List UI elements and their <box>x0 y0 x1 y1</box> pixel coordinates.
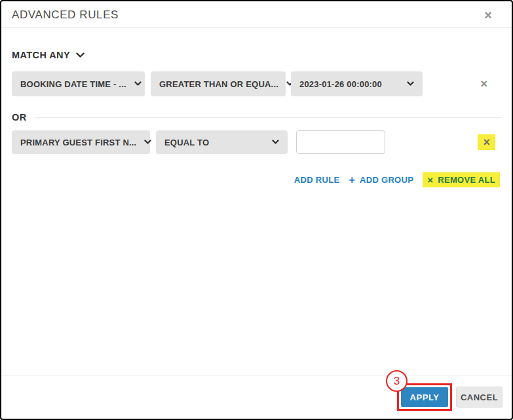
operator-dropdown-2-value: EQUAL TO <box>164 138 209 147</box>
close-icon: × <box>484 8 492 22</box>
value-dropdown-1[interactable]: 2023-01-26 00:00:00 <box>291 71 423 96</box>
value-input[interactable] <box>296 130 385 154</box>
add-rule-label: ADD RULE <box>294 175 340 185</box>
modal-footer: 3 APPLY CANCEL <box>1 375 512 419</box>
page-title: ADVANCED RULES <box>12 9 119 22</box>
divider-line <box>35 117 501 118</box>
operator-dropdown-2[interactable]: EQUAL TO <box>156 130 288 154</box>
modal-header: ADVANCED RULES × <box>1 1 512 28</box>
operator-dropdown-1-value: GREATER THAN OR EQUA... <box>159 79 278 89</box>
value-dropdown-1-value: 2023-01-26 00:00:00 <box>299 79 382 89</box>
field-dropdown-2[interactable]: PRIMARY GUEST FIRST N... <box>12 130 150 154</box>
field-dropdown-1[interactable]: BOOKING DATE TIME - ... <box>12 71 145 96</box>
chevron-down-icon <box>407 81 414 86</box>
or-divider: OR <box>12 112 501 123</box>
rule-row-2: PRIMARY GUEST FIRST N... EQUAL TO × <box>12 130 501 154</box>
chevron-down-icon <box>144 140 151 145</box>
remove-all-label: REMOVE ALL <box>438 175 495 185</box>
field-dropdown-1-value: BOOKING DATE TIME - ... <box>20 79 126 89</box>
advanced-rules-modal: ADVANCED RULES × MATCH ANY BOOKING DATE … <box>0 0 513 420</box>
step-annotation: 3 <box>386 370 408 392</box>
field-dropdown-2-value: PRIMARY GUEST FIRST N... <box>20 138 136 147</box>
add-group-button[interactable]: + ADD GROUP <box>349 175 413 185</box>
x-icon: × <box>483 136 490 149</box>
remove-rule-2-button[interactable]: × <box>478 134 495 150</box>
match-any-dropdown[interactable]: MATCH ANY <box>12 50 85 60</box>
add-group-label: ADD GROUP <box>360 175 413 185</box>
x-icon: × <box>480 77 487 90</box>
chevron-down-icon <box>76 52 85 58</box>
or-label: OR <box>12 112 27 123</box>
remove-all-button[interactable]: × REMOVE ALL <box>423 172 500 187</box>
operator-dropdown-1[interactable]: GREATER THAN OR EQUA... <box>151 71 286 96</box>
close-button[interactable]: × <box>475 9 501 22</box>
chevron-down-icon <box>272 140 279 145</box>
chevron-down-icon <box>134 81 142 86</box>
remove-rule-1-button[interactable]: × <box>475 76 493 92</box>
cancel-button[interactable]: CANCEL <box>456 387 503 408</box>
rule-row-1: BOOKING DATE TIME - ... GREATER THAN OR … <box>12 71 501 96</box>
add-rule-button[interactable]: ADD RULE <box>294 175 340 185</box>
match-any-label: MATCH ANY <box>12 50 70 60</box>
apply-annotation-box: 3 APPLY <box>397 383 452 411</box>
x-icon: × <box>427 175 433 185</box>
match-row: MATCH ANY <box>12 50 501 60</box>
rule-actions: ADD RULE + ADD GROUP × REMOVE ALL <box>12 172 501 187</box>
plus-icon: + <box>349 175 355 185</box>
apply-button[interactable]: APPLY <box>401 387 448 407</box>
modal-body: MATCH ANY BOOKING DATE TIME - ... GREATE… <box>1 50 512 187</box>
